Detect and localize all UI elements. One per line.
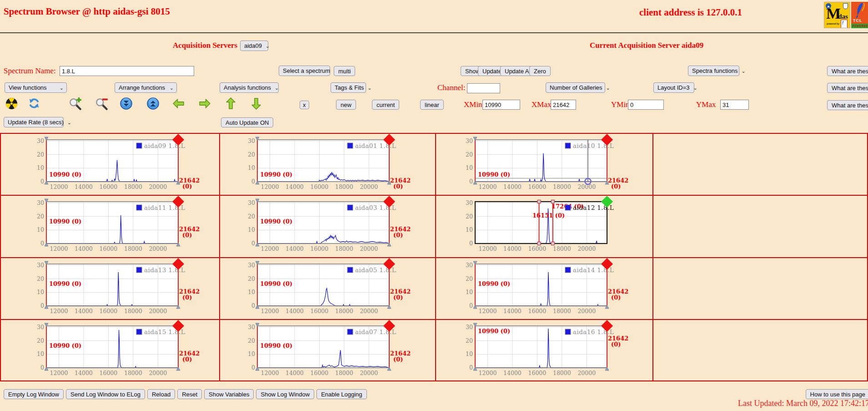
legend-swatch: [136, 143, 142, 148]
ymin-input[interactable]: [628, 100, 664, 110]
what-are-these-button-2[interactable]: What are these?: [827, 83, 868, 93]
grid-cell-3-2: 0102030120001400016000180002000010990 (0…: [436, 320, 653, 381]
spectrum-plot-aida05[interactable]: 0102030120001400016000180002000010990 (0…: [239, 260, 421, 318]
radiation-icon[interactable]: [5, 97, 18, 111]
svg-text:0: 0: [469, 364, 473, 371]
svg-text:30: 30: [248, 137, 255, 144]
how-to-use-button[interactable]: How to use this page: [806, 389, 868, 399]
update-rate-select[interactable]: Update Rate (8 secs)⌄: [4, 117, 64, 127]
midas-logo: M idas powered by f: [824, 2, 850, 28]
last-updated: Last Updated: March 09, 2022 17:42:17: [738, 399, 868, 408]
svg-text:10: 10: [37, 289, 44, 295]
zoom-in-icon[interactable]: [68, 96, 83, 112]
svg-text:18000: 18000: [335, 245, 353, 252]
spectrum-plot-aida15[interactable]: 0102030120001400016000180002000010990 (0…: [28, 322, 210, 380]
legend-swatch: [565, 267, 571, 273]
svg-text:18000: 18000: [553, 183, 571, 190]
spectrum-plot-aida09[interactable]: 0102030120001400016000180002000010990 (0…: [28, 136, 210, 193]
footer-button-reload[interactable]: Reload: [147, 389, 175, 399]
chevron-down-icon: ⌄: [275, 86, 279, 90]
svg-text:12000: 12000: [261, 370, 279, 376]
svg-text:10990 (0): 10990 (0): [260, 218, 292, 225]
svg-text:20000: 20000: [360, 183, 378, 190]
svg-text:16000: 16000: [311, 308, 329, 315]
arrow-down-icon[interactable]: [250, 97, 262, 112]
xmin-label: XMin: [464, 100, 482, 109]
svg-text:20: 20: [248, 275, 255, 282]
svg-text:10: 10: [466, 164, 473, 171]
current-button[interactable]: current: [372, 100, 399, 110]
spectrum-plot-aida12[interactable]: 0102030120001400016000180002000016151 (0…: [457, 198, 639, 255]
svg-text:(0): (0): [393, 356, 403, 363]
footer-button-send-log-window-to-elog[interactable]: Send Log Window to ELog: [66, 389, 145, 399]
svg-text:14000: 14000: [503, 183, 522, 190]
arrow-right-icon[interactable]: [198, 97, 211, 111]
svg-text:20000: 20000: [577, 308, 596, 315]
spectrum-plot-aida07[interactable]: 0102030120001400016000180002000010990 (0…: [239, 322, 421, 380]
acquisition-server-select[interactable]: aida09⌄: [240, 41, 268, 51]
tags-fits-select[interactable]: Tags & Fits⌄: [331, 82, 366, 93]
footer-button-show-variables[interactable]: Show Variables: [204, 389, 254, 399]
refresh-icon[interactable]: [28, 97, 40, 111]
scroll-down-icon[interactable]: [120, 97, 132, 111]
grid-cell-2-1: 0102030120001400016000180002000010990 (0…: [220, 258, 436, 320]
what-are-these-button-1[interactable]: What are these?: [827, 66, 868, 76]
footer-button-enable-logging[interactable]: Enable Logging: [316, 389, 366, 399]
svg-text:14000: 14000: [503, 308, 522, 315]
x-button[interactable]: x: [300, 101, 309, 109]
channel-label: Channel:: [437, 83, 465, 92]
midas-shield-icon: [843, 3, 848, 9]
spectrum-plot-aida11[interactable]: 0102030120001400016000180002000010990 (0…: [28, 198, 210, 255]
svg-text:10990 (0): 10990 (0): [478, 280, 510, 287]
svg-text:0: 0: [469, 240, 473, 247]
svg-text:10: 10: [248, 226, 255, 233]
svg-text:(0): (0): [182, 232, 192, 238]
number-of-galleries-select[interactable]: Number of Galleries⌄: [546, 82, 605, 93]
ymax-input[interactable]: [720, 100, 749, 110]
zero-button[interactable]: Zero: [529, 66, 551, 76]
spectrum-name-input[interactable]: [60, 66, 194, 76]
svg-text:12000: 12000: [261, 308, 279, 315]
svg-text:16000: 16000: [100, 308, 118, 315]
view-functions-select[interactable]: View functions⌄: [5, 82, 67, 93]
spectrum-plot-aida03[interactable]: 0102030120001400016000180002000010990 (0…: [239, 198, 421, 255]
spectra-functions-select[interactable]: Spectra functions⌄: [688, 66, 739, 76]
chevron-down-icon: ⌄: [60, 86, 64, 90]
arrow-up-icon[interactable]: [225, 97, 237, 112]
svg-text:18000: 18000: [335, 308, 353, 315]
footer-button-show-log-window[interactable]: Show Log Window: [256, 389, 314, 399]
spectrum-plot-aida01[interactable]: 0102030120001400016000180002000010990 (0…: [239, 136, 421, 193]
spectrum-plot-aida14[interactable]: 0102030120001400016000180002000010990 (0…: [457, 260, 639, 318]
analysis-functions-select[interactable]: Analysis functions⌄: [220, 82, 279, 93]
ymax-label: YMax: [696, 100, 716, 109]
grid-cell-0-0: 0102030120001400016000180002000010990 (0…: [1, 134, 220, 196]
arrange-functions-select[interactable]: Arrange functions⌄: [115, 82, 177, 93]
linear-button[interactable]: linear: [420, 100, 444, 110]
spectrum-plot-aida13[interactable]: 0102030120001400016000180002000010990 (0…: [28, 260, 210, 318]
layout-id-select[interactable]: Layout ID=3⌄: [653, 82, 694, 93]
channel-input[interactable]: [467, 83, 500, 93]
svg-text:20: 20: [466, 337, 473, 344]
auto-update-button[interactable]: Auto Update ON: [221, 117, 273, 127]
svg-text:20: 20: [466, 275, 473, 282]
arrow-left-icon[interactable]: [172, 97, 185, 111]
xmin-input[interactable]: [482, 100, 520, 110]
what-are-these-button-3[interactable]: What are these?: [827, 100, 868, 110]
spectrum-plot-aida16[interactable]: 0102030120001400016000180002000010990 (0…: [457, 322, 639, 380]
xmax-input[interactable]: [551, 100, 576, 110]
svg-text:(0): (0): [182, 183, 192, 190]
svg-text:0: 0: [40, 240, 44, 247]
footer-button-empty-log-window[interactable]: Empty Log Window: [4, 389, 64, 399]
scroll-up-icon[interactable]: [147, 97, 159, 111]
svg-text:12000: 12000: [261, 245, 279, 252]
new-button[interactable]: new: [336, 100, 356, 110]
spectrum-plot-aida10[interactable]: 0102030120001400016000180002000010990 (0…: [457, 136, 639, 193]
multi-button[interactable]: multi: [334, 66, 355, 76]
current-acquisition-server: Current Acquisition Server aida09: [590, 41, 703, 50]
footer-button-reset[interactable]: Reset: [177, 389, 202, 399]
select-spectrum-select[interactable]: Select a spectrum⌄: [279, 66, 330, 76]
svg-text:16000: 16000: [528, 245, 547, 252]
chevron-down-icon: ⌄: [170, 86, 174, 90]
zoom-out-icon[interactable]: [95, 96, 109, 112]
chevron-down-icon: ⌄: [606, 86, 610, 90]
